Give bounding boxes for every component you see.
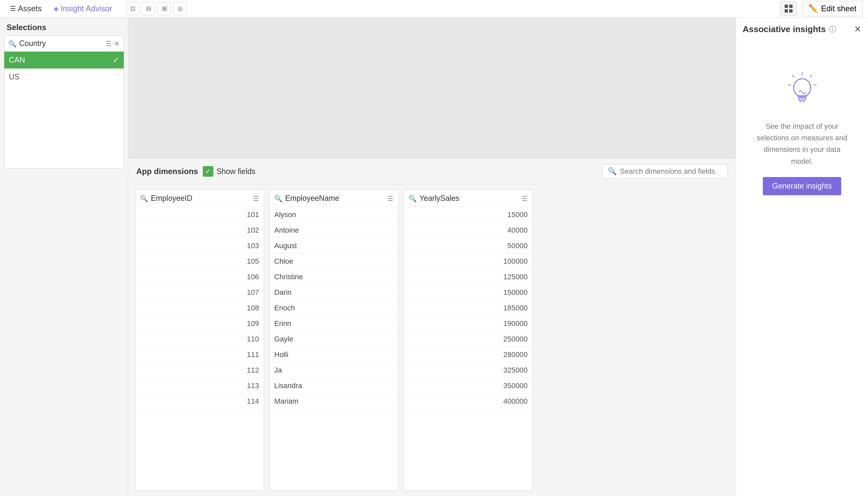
- list-item[interactable]: 185000: [404, 300, 532, 316]
- show-fields-toggle: ✓ Show fields: [203, 166, 256, 177]
- svg-line-6: [792, 75, 794, 77]
- list-item[interactable]: Darin: [270, 285, 398, 300]
- filter-item-us[interactable]: US: [4, 68, 124, 86]
- list-item[interactable]: 350000: [404, 378, 532, 394]
- employee-id-title: EmployeeID: [151, 194, 250, 203]
- list-item[interactable]: 112: [135, 363, 264, 378]
- list-item[interactable]: 111: [135, 347, 264, 363]
- dimensions-title: App dimensions: [136, 167, 198, 176]
- list-item[interactable]: 105: [135, 254, 264, 269]
- list-item[interactable]: 102: [135, 223, 264, 238]
- list-item[interactable]: 40000: [404, 223, 532, 238]
- rect-select-icon[interactable]: ⊟: [142, 2, 155, 15]
- list-item[interactable]: 106: [135, 269, 264, 285]
- list-item[interactable]: 280000: [404, 347, 532, 363]
- checkmark-icon: ✓: [113, 56, 119, 64]
- right-panel-header: Associative insights ⓘ ✕: [743, 24, 862, 34]
- yearly-sales-title: YearlySales: [420, 194, 519, 203]
- edit-sheet-label: Edit sheet: [821, 4, 856, 13]
- list-item[interactable]: 100000: [404, 254, 532, 269]
- right-panel: Associative insights ⓘ ✕: [736, 17, 868, 496]
- filter-item-can[interactable]: CAN ✓: [4, 52, 124, 68]
- topbar-right: ✏️ Edit sheet: [780, 1, 863, 16]
- circle-select-icon[interactable]: ⊞: [158, 2, 171, 15]
- employee-id-column: 🔍 EmployeeID ☰ 101 102 103 105 106 107 1…: [135, 190, 264, 491]
- list-item[interactable]: 103: [135, 238, 264, 254]
- right-panel-body: See the impact of your selections on mea…: [743, 44, 862, 195]
- lasso-select-icon[interactable]: ⊡: [126, 2, 139, 15]
- can-value: CAN: [9, 56, 25, 64]
- list-item[interactable]: Christine: [270, 269, 398, 285]
- tab-assets[interactable]: ☰ Assets: [5, 2, 46, 15]
- list-item[interactable]: 190000: [404, 316, 532, 331]
- tab-insight-advisor[interactable]: ◈ Insight Advisor: [49, 2, 117, 15]
- employee-name-title: EmployeeName: [285, 194, 385, 203]
- insight-advisor-label: Insight Advisor: [61, 4, 112, 13]
- list-item[interactable]: 101: [135, 207, 264, 223]
- search-dimensions-box[interactable]: 🔍: [602, 164, 728, 179]
- list-item[interactable]: Antoine: [270, 223, 398, 238]
- employee-id-search-icon: 🔍: [140, 195, 148, 202]
- yearly-sales-menu-icon[interactable]: ☰: [522, 195, 527, 202]
- filter-header: 🔍 Country ☰ ✕: [4, 36, 124, 52]
- svg-rect-3: [789, 9, 793, 13]
- yearly-sales-header: 🔍 YearlySales ☰: [404, 190, 532, 207]
- close-panel-icon[interactable]: ✕: [854, 24, 862, 34]
- filter-close-icon[interactable]: ✕: [114, 40, 120, 48]
- assets-icon: ☰: [10, 5, 16, 13]
- list-item[interactable]: August: [270, 238, 398, 254]
- generate-insights-button[interactable]: Generate insights: [763, 177, 841, 195]
- search-dims-icon: 🔍: [607, 167, 617, 176]
- list-item[interactable]: Gayle: [270, 331, 398, 347]
- show-fields-checkbox[interactable]: ✓: [203, 166, 214, 177]
- svg-rect-12: [800, 100, 804, 102]
- topbar: ☰ Assets ◈ Insight Advisor ⊡ ⊟ ⊞ ◎ ✏️ Ed…: [0, 0, 868, 17]
- list-item[interactable]: 150000: [404, 285, 532, 300]
- list-item[interactable]: 107: [135, 285, 264, 300]
- yearly-sales-search-icon: 🔍: [409, 195, 417, 202]
- canvas-area: [128, 17, 736, 158]
- list-item[interactable]: Lisandra: [270, 378, 398, 394]
- selections-title: Selections: [0, 17, 128, 35]
- svg-rect-2: [785, 9, 788, 13]
- lightbulb-icon: [782, 71, 822, 110]
- dimensions-columns: 🔍 EmployeeID ☰ 101 102 103 105 106 107 1…: [128, 184, 736, 496]
- list-item[interactable]: 125000: [404, 269, 532, 285]
- main-area: Selections 🔍 Country ☰ ✕ CAN ✓ US: [0, 17, 868, 496]
- svg-rect-1: [789, 5, 793, 8]
- list-item[interactable]: Alyson: [270, 207, 398, 223]
- edit-icon: ✏️: [808, 4, 818, 13]
- grid-view-button[interactable]: [780, 1, 797, 16]
- list-item[interactable]: 114: [135, 394, 264, 409]
- list-item[interactable]: 15000: [404, 207, 532, 223]
- employee-id-header: 🔍 EmployeeID ☰: [135, 190, 264, 207]
- list-item[interactable]: Chloe: [270, 254, 398, 269]
- list-item[interactable]: 325000: [404, 363, 532, 378]
- filter-search-icon: 🔍: [8, 40, 17, 48]
- list-item[interactable]: 108: [135, 300, 264, 316]
- list-item[interactable]: 109: [135, 316, 264, 331]
- list-item[interactable]: Enoch: [270, 300, 398, 316]
- yearly-sales-body: 15000 40000 50000 100000 125000 150000 1…: [404, 207, 532, 490]
- list-item[interactable]: Mariam: [270, 394, 398, 409]
- list-item[interactable]: Holli: [270, 347, 398, 363]
- employee-name-search-icon: 🔍: [274, 195, 283, 202]
- employee-name-menu-icon[interactable]: ☰: [388, 195, 393, 202]
- us-value: US: [9, 73, 19, 81]
- list-item[interactable]: Ja: [270, 363, 398, 378]
- list-item[interactable]: 113: [135, 378, 264, 394]
- filter-list-icon[interactable]: ☰: [106, 40, 111, 48]
- info-icon[interactable]: ⓘ: [829, 25, 836, 34]
- search-dimensions-input[interactable]: [620, 167, 722, 176]
- list-item[interactable]: 50000: [404, 238, 532, 254]
- svg-line-5: [810, 75, 812, 77]
- edit-sheet-button[interactable]: ✏️ Edit sheet: [802, 1, 863, 16]
- list-item[interactable]: 400000: [404, 394, 532, 409]
- target-icon[interactable]: ◎: [174, 2, 187, 15]
- filter-empty-space: [4, 86, 124, 168]
- employee-id-menu-icon[interactable]: ☰: [253, 195, 259, 202]
- list-item[interactable]: Erinn: [270, 316, 398, 331]
- list-item[interactable]: 250000: [404, 331, 532, 347]
- dimensions-area: App dimensions ✓ Show fields 🔍 🔍 Employe…: [128, 158, 736, 496]
- list-item[interactable]: 110: [135, 331, 264, 347]
